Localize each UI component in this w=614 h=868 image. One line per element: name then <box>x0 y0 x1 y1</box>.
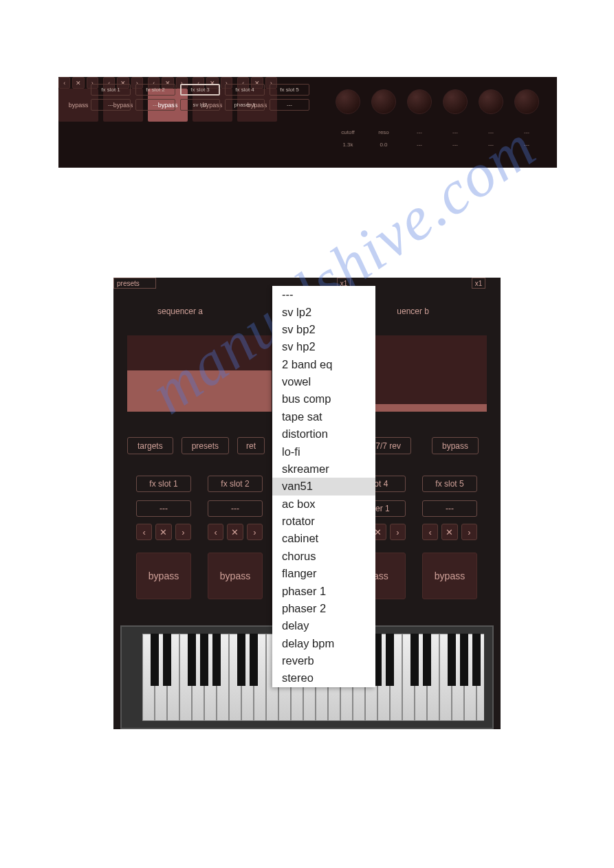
black-key[interactable] <box>472 634 481 686</box>
knob-value-6: --- <box>512 142 541 148</box>
black-key[interactable] <box>410 634 419 686</box>
knob-cutoff[interactable] <box>336 89 360 114</box>
knob-label-5: --- <box>476 129 505 135</box>
prev-icon[interactable]: ‹ <box>208 524 223 540</box>
dropdown-item[interactable]: ac box <box>272 496 375 513</box>
expand-icon[interactable]: ✕ <box>72 77 84 89</box>
knob-row <box>333 89 541 118</box>
black-key[interactable] <box>212 634 221 686</box>
presets-label[interactable]: presets <box>113 278 156 289</box>
dropdown-item[interactable]: sv lp2 <box>272 303 375 320</box>
x1-button-b[interactable]: x1 <box>472 278 485 289</box>
next-icon[interactable]: › <box>175 524 191 540</box>
dropdown-item[interactable]: van51 <box>272 478 375 495</box>
knob-value-3: --- <box>405 142 434 148</box>
expand-icon[interactable]: ✕ <box>227 524 243 540</box>
black-key[interactable] <box>200 634 208 686</box>
bypass-b1[interactable]: bypass <box>136 553 191 599</box>
black-key[interactable] <box>188 634 196 686</box>
dropdown-item[interactable]: vowel <box>272 373 375 390</box>
dropdown-item[interactable]: lo-fi <box>272 443 375 460</box>
fx-type-3[interactable]: sv lp2 <box>180 99 220 111</box>
black-key[interactable] <box>237 634 245 686</box>
fx-type-4[interactable]: phaser 1 <box>225 99 265 111</box>
black-key[interactable] <box>448 634 456 686</box>
fx-slot-row: fx slot 1 fx slot 2 fx slot 3 fx slot 4 … <box>91 84 309 96</box>
dropdown-item[interactable]: skreamer <box>272 460 375 478</box>
fx-slot-b5[interactable]: fx slot 5 <box>422 476 477 492</box>
dropdown-item[interactable]: --- <box>272 286 375 303</box>
dropdown-item[interactable]: 2 band eq <box>272 356 375 373</box>
expand-icon[interactable]: ✕ <box>155 524 171 540</box>
black-key[interactable] <box>460 634 468 686</box>
dropdown-item[interactable]: phaser 2 <box>272 600 375 617</box>
dropdown-item[interactable]: delay <box>272 617 375 634</box>
fx-slot-3[interactable]: fx slot 3 <box>180 84 220 96</box>
knob-3[interactable] <box>407 89 432 114</box>
dropdown-item[interactable]: stereo <box>272 669 375 687</box>
knob-value-4: --- <box>441 142 470 148</box>
knob-4[interactable] <box>443 89 468 114</box>
fx-slot-5[interactable]: fx slot 5 <box>270 84 309 96</box>
knob-6[interactable] <box>514 89 539 114</box>
fx-slot-2[interactable]: fx slot 2 <box>135 84 175 96</box>
dropdown-item[interactable]: tape sat <box>272 408 375 425</box>
fx-slot-b2[interactable]: fx slot 2 <box>208 476 263 492</box>
knob-label-2: reso <box>369 129 398 135</box>
knob-value-1: 1.3k <box>333 142 362 148</box>
dropdown-item[interactable]: phaser 1 <box>272 582 375 599</box>
dropdown-item[interactable]: delay bpm <box>272 635 375 652</box>
fx-slot-b1[interactable]: fx slot 1 <box>136 476 191 492</box>
next-icon[interactable]: › <box>390 524 406 540</box>
dropdown-item[interactable]: bus comp <box>272 390 375 408</box>
seq-area-a[interactable] <box>127 370 272 412</box>
bypass-b5[interactable]: bypass <box>422 553 477 599</box>
fx-type-2[interactable]: --- <box>135 99 175 111</box>
dropdown-item[interactable]: sv bp2 <box>272 321 375 338</box>
fx-type-1[interactable]: --- <box>91 99 131 111</box>
seq-area-b-top[interactable] <box>373 335 487 404</box>
ret-button[interactable]: ret <box>237 437 265 454</box>
dropdown-item[interactable]: reverb <box>272 652 375 669</box>
black-key[interactable] <box>386 634 394 686</box>
targets-button[interactable]: targets <box>127 437 173 454</box>
presets-button[interactable]: presets <box>182 437 229 454</box>
seq-bypass-button[interactable]: bypass <box>432 437 479 454</box>
prev-icon[interactable]: ‹ <box>58 77 70 89</box>
expand-icon[interactable]: ✕ <box>441 524 457 540</box>
black-key[interactable] <box>151 634 159 686</box>
knob-value-2: 0.0 <box>369 142 398 148</box>
dropdown-item[interactable]: sv hp2 <box>272 338 375 355</box>
next-icon[interactable]: › <box>461 524 477 540</box>
dropdown-item[interactable]: chorus <box>272 548 375 565</box>
sequencer-b-label: uencer b <box>397 307 429 316</box>
black-key[interactable] <box>163 634 171 686</box>
black-key[interactable] <box>423 634 431 686</box>
dropdown-item[interactable]: cabinet <box>272 530 375 547</box>
knob-values: 1.3k 0.0 --- --- --- --- <box>333 142 541 148</box>
knob-label-6: --- <box>512 129 541 135</box>
knob-5[interactable] <box>479 89 503 114</box>
prev-icon[interactable]: ‹ <box>422 524 438 540</box>
prev-icon[interactable]: ‹ <box>136 524 152 540</box>
fx-slot-4[interactable]: fx slot 4 <box>225 84 265 96</box>
fx-type-b1[interactable]: --- <box>136 500 191 517</box>
fx-type-5[interactable]: --- <box>270 99 309 111</box>
knob-labels: cutoff reso --- --- --- --- <box>333 129 541 135</box>
fx-type-b2[interactable]: --- <box>208 500 263 517</box>
fx-slot-1[interactable]: fx slot 1 <box>91 84 131 96</box>
bypass-b2[interactable]: bypass <box>208 553 263 599</box>
fx-type-b5[interactable]: --- <box>422 500 477 517</box>
dropdown-item[interactable]: distortion <box>272 425 375 443</box>
next-icon[interactable]: › <box>247 524 263 540</box>
knob-reso[interactable] <box>371 89 396 114</box>
knob-label-4: --- <box>441 129 470 135</box>
dropdown-item[interactable]: flanger <box>272 565 375 582</box>
black-key[interactable] <box>250 634 258 686</box>
knob-label-3: --- <box>405 129 434 135</box>
knob-value-5: --- <box>476 142 505 148</box>
fx-type-dropdown[interactable]: ---sv lp2sv bp2sv hp22 band eqvowelbus c… <box>272 286 375 687</box>
seq-controls: targets presets ret <box>127 437 265 454</box>
sequencer-a-label: sequencer a <box>157 307 203 316</box>
dropdown-item[interactable]: rotator <box>272 513 375 530</box>
